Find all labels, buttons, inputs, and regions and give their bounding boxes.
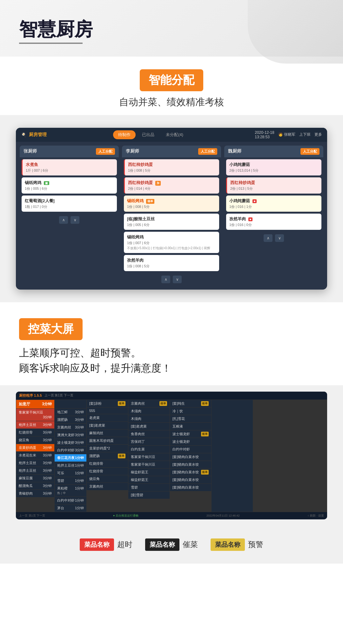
zhang-item-2: 锡纸烤鸡 ▣ 1份 | 005 | 6分 [22, 177, 117, 194]
col5-row5: 波士顿龙虾催单 [170, 430, 211, 438]
legend-badge-black: 菜品名称 [145, 538, 179, 551]
col3-row3: 老虎菜 [87, 414, 128, 421]
kitchen-tabs[interactable]: 待制作 已出品 未分配(4) [113, 130, 188, 139]
col4-row4: [套]老虎菜 [128, 423, 170, 430]
col5-row4: 五粮液 [170, 423, 211, 430]
col2-row2: 溜肥肠 3分钟 [55, 416, 86, 423]
wei-item-1: 小鸡炖蘑菇 2份 | 013,014 | 5分 [226, 159, 321, 175]
control-col1: 如意厅3分钟 客家菜干焖川豆 3分钟 炝拌土豆丝 3分钟 红烧排骨 3分钟 烧豆… [16, 400, 54, 512]
legend-label-urge: 催菜 [183, 539, 198, 550]
wei-footer: ∧ ∨ [224, 232, 323, 244]
col4-row2: 木须肉 [128, 408, 170, 415]
col5-row12: [套]猪肉白菜水饺 [170, 484, 211, 491]
kitchen-topbar: 🍳 厨房管理 待制作 已出品 未分配(4) 2020-12-1813:28:53… [16, 128, 327, 142]
col2-row12: 白灼中对虾 1分钟 [55, 497, 86, 504]
section2-subtitle: 上菜顺序可控、超时预警。顾客诉求响应及时，提升满意度！ [19, 345, 324, 376]
control-nav: 上一页 第1页 下一页 [44, 393, 73, 398]
col2-row0 [55, 400, 86, 408]
wei-items: 小鸡炖蘑菇 2份 | 013,014 | 5分 西红柿炒鸡蛋 2份 | 013 … [224, 157, 323, 232]
legend-item-timeout: 菜品名称 超时 [80, 538, 132, 551]
col3-row4: [套]老虎菜 [87, 422, 128, 429]
footer-settings[interactable]: ○ 刷新 · 设置 [308, 514, 324, 518]
li-item-2: 西红柿炒鸡蛋 加 2份 | 014 | 4分 [124, 177, 219, 194]
chef-wei-header: 魏厨师 人工分配 [224, 146, 323, 157]
col1-row6: 水煮花生米 3分钟 [16, 452, 54, 459]
control-screen-wrapper: 厨控程序 1.5.5 上一页 第1页 下一页 如意厅3分钟 客家菜干焖川豆 3分… [0, 385, 343, 532]
col2-row9: 可乐 1分钟 [55, 469, 86, 477]
li-items: 西红柿炒鸡蛋 1份 | 008 | 5分 西红柿炒鸡蛋 加 2份 | 014 |… [122, 157, 221, 273]
control-logo: 厨控程序 1.5.5 [19, 393, 42, 398]
tag-red2: ■ [248, 217, 252, 221]
li-item-4: [临]酸辣土豆丝 1份 | 005 | 6分 [124, 214, 219, 230]
col1-row5: 韭菜炒鸡蛋 3分钟 [16, 444, 54, 451]
li-down-btn[interactable]: ∨ [173, 276, 182, 283]
zhang-item-1: 水煮鱼 1斤 | 007 | 6分 [22, 159, 117, 175]
col2-row4: 澳洲大龙虾 3分钟 [55, 431, 86, 439]
hero-bg-decoration [248, 0, 343, 64]
manual-assign-wei[interactable]: 人工分配 [300, 148, 319, 155]
more-btn[interactable]: 更多 [314, 132, 322, 137]
col5-row9: [套]猪肉白菜水饺 [170, 461, 211, 468]
col3-row9: 红烧排骨 [87, 460, 128, 467]
col1-row4: 烧豆角 3分钟 [16, 436, 54, 444]
li-footer: ∧ ∨ [122, 273, 221, 286]
kitchen-topbar-right: 2020-12-1813:28:53 🧑 张晓军 上下班 更多 [255, 130, 322, 139]
col2-row7: 春江花月夜 1分钟 [55, 454, 86, 462]
tag-orange1: 加 [155, 181, 161, 186]
control-col2: 地三鲜 3分钟 溜肥肠 3分钟 京酱肉丝 3分钟 澳洲大龙虾 3分钟 波士顿龙虾… [55, 400, 86, 512]
col1-row10: 醋溜角瓜 3分钟 [16, 482, 54, 490]
li-item-1: 西红柿炒鸡蛋 1份 | 008 | 5分 [124, 159, 219, 175]
legend-label-timeout: 超时 [117, 539, 132, 550]
kitchen-body: 张厨师 人工分配 水煮鱼 1斤 | 007 | 6分 锡纸烤鸡 ▣ 1份 | 0… [16, 142, 327, 290]
legend-badge-red: 菜品名称 [80, 538, 114, 551]
tag-red1: ■ [252, 199, 257, 203]
manual-assign-zhang[interactable]: 人工分配 [96, 148, 115, 155]
col5-row10: [套]猪肉白菜水饺催单 [170, 469, 211, 476]
zhang-up-btn[interactable]: ∧ [59, 216, 68, 224]
col1-row9: 麻辣豆腐 3分钟 [16, 475, 54, 482]
wei-item-2: 西红柿炒鸡蛋 2份 | 013 | 5分 [226, 177, 321, 194]
shift-btn[interactable]: 上下班 [299, 132, 311, 137]
zhang-down-btn[interactable]: ∨ [71, 216, 79, 224]
col3-row12: 京酱肉丝 [87, 483, 128, 490]
chef-wei-name: 魏厨师 [228, 148, 241, 154]
li-item-3: 锡纸烤鸡 催单 1份 | 008 | 5分 [124, 195, 219, 212]
col3-row6: 圆葱木耳炒鸡蛋 [87, 437, 128, 444]
wei-item-4: 孜然羊肉 ■ 1份 | 016 | 0分 [226, 214, 321, 230]
col1-row3: 红烧排骨 3分钟 [16, 429, 54, 436]
kitchen-icon: 🍳 [21, 132, 26, 137]
li-item-5: 锡纸烤鸡 1份 | 007 | 6分 不放葱(+5.00x1) | 打包袋(+0… [124, 232, 219, 253]
col2-row5: 波士顿龙虾 3分钟 [55, 439, 86, 446]
col4-row1: 京酱肉丝催单 [128, 400, 170, 407]
col2-row1: 地三鲜 3分钟 [55, 408, 86, 416]
control-col6 [212, 400, 253, 512]
kitchen-screen: 🍳 厨房管理 待制作 已出品 未分配(4) 2020-12-1813:28:53… [16, 128, 327, 290]
manual-assign-li[interactable]: 人工分配 [198, 148, 217, 155]
col1-row8: 炝拌土豆丝 3分钟 [16, 467, 54, 474]
wei-item-3: 小鸡炖蘑菇 ■ 1份 | 016 | 1分 [226, 195, 321, 212]
col2-row3: 京酱肉丝 3分钟 [55, 424, 86, 431]
control-col5: [套]纯生催单 冷｜饮 [扎]雪花 五粮液 波士顿龙虾催单 波士顿龙虾 白灼中对… [170, 400, 211, 512]
section2-block: 控菜大屏 上菜顺序可控、超时预警。顾客诉求响应及时，提升满意度！ [0, 302, 343, 385]
tab-done[interactable]: 已出品 [137, 130, 159, 139]
col3-row11: 烧豆角 [87, 475, 128, 483]
zhang-footer: ∧ ∨ [20, 214, 119, 226]
hero-section: 智慧厨房 [0, 0, 343, 57]
col4-row5: 鱼香肉丝 [128, 430, 170, 438]
col2-row10: 雪碧 1分钟 [55, 477, 86, 484]
wei-down-btn[interactable]: ∨ [275, 234, 284, 242]
li-up-btn[interactable]: ∧ [161, 276, 170, 283]
wei-up-btn[interactable]: ∧ [264, 234, 272, 242]
footer-online: ● 后台推送运行通畅 [113, 514, 138, 518]
control-col3: [套]凉粉催单 555 老虎菜 [套]老虎菜 麻辣鸡丝 圆葱木耳炒鸡蛋 韭菜炒鸡… [87, 400, 128, 512]
kitchen-col-li: 李厨师 人工分配 西红柿炒鸡蛋 1份 | 008 | 5分 西红柿炒鸡蛋 加 2… [122, 146, 221, 286]
col1-row11: 青椒炒肉 3分钟 [16, 490, 54, 497]
col4-row3: 木须肉 [128, 415, 170, 422]
tab-pending[interactable]: 待制作 [113, 130, 136, 139]
legend-label-warn: 预警 [248, 539, 263, 550]
col1-row1: 客家菜干焖川豆 3分钟 [16, 409, 54, 421]
tab-unassigned[interactable]: 未分配(4) [161, 130, 188, 139]
chef-li-header: 李厨师 人工分配 [122, 146, 221, 157]
kitchen-title: 🍳 厨房管理 [21, 132, 47, 138]
col5-row1: [套]纯生催单 [170, 400, 211, 407]
